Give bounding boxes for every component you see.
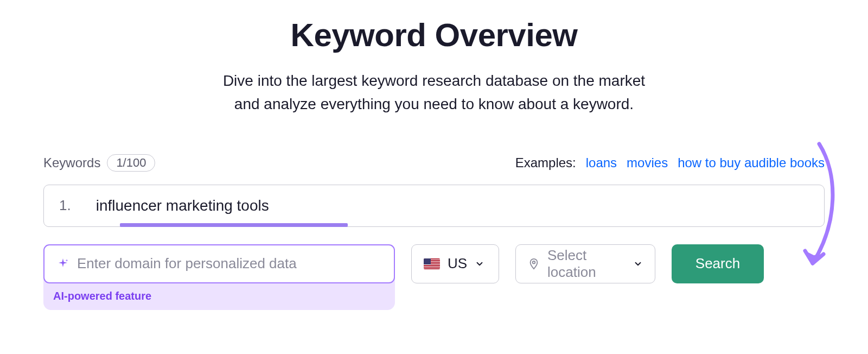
domain-placeholder: Enter domain for personalized data [77,255,297,272]
chevron-down-icon [633,259,643,269]
domain-input[interactable]: Enter domain for personalized data [43,244,395,283]
ai-feature-label: AI-powered feature [43,283,395,310]
keyword-input[interactable]: 1. influencer marketing tools [43,185,825,227]
location-placeholder: Select location [547,247,626,281]
example-link-loans[interactable]: loans [586,155,617,170]
examples-label: Examples: [515,155,576,170]
subtitle-line-1: Dive into the largest keyword research d… [223,72,645,89]
example-link-movies[interactable]: movies [627,155,668,170]
examples-row: Examples: loans movies how to buy audibl… [515,155,825,170]
keyword-index: 1. [59,197,71,214]
country-select[interactable]: US [411,244,499,283]
highlight-underline [120,223,348,227]
page-title: Keyword Overview [43,16,825,54]
chevron-down-icon [475,259,484,269]
page-subtitle: Dive into the largest keyword research d… [43,69,825,116]
svg-point-0 [533,261,535,264]
keyword-value: influencer marketing tools [96,197,269,214]
domain-input-wrap: Enter domain for personalized data AI-po… [43,244,395,310]
keywords-count-pill: 1/100 [107,154,155,172]
subtitle-line-2: and analyze everything you need to know … [234,96,634,112]
example-link-audible[interactable]: how to buy audible books [678,155,825,170]
location-pin-icon [528,258,540,270]
country-code: US [448,255,467,272]
flag-us-icon [424,258,440,269]
keywords-label-text: Keywords [43,155,100,170]
search-button[interactable]: Search [672,244,764,283]
sparkle-icon [56,257,69,270]
keywords-count-label: Keywords 1/100 [43,154,155,172]
location-select[interactable]: Select location [515,244,655,283]
